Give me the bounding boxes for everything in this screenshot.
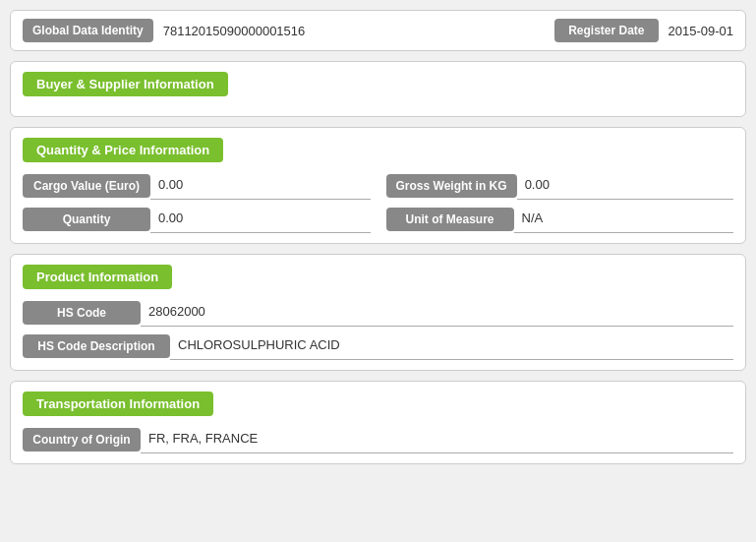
quantity-price-row2: Quantity 0.00 Unit of Measure N/A	[23, 206, 733, 233]
gross-weight-col: Gross Weight in KG 0.00	[386, 172, 734, 200]
cargo-label: Cargo Value (Euro)	[23, 174, 150, 198]
hs-code-label: HS Code	[23, 301, 141, 325]
hs-code-row: HS Code 28062000	[23, 299, 733, 327]
quantity-price-row1: Cargo Value (Euro) 0.00 Gross Weight in …	[23, 172, 733, 200]
hs-desc-value: CHLOROSULPHURIC ACID	[170, 332, 733, 360]
product-title: Product Information	[23, 265, 172, 289]
hs-desc-label: HS Code Description	[23, 334, 170, 358]
quantity-value: 0.00	[150, 206, 371, 233]
cargo-value-col: Cargo Value (Euro) 0.00	[23, 172, 371, 200]
buyer-supplier-section: Buyer & Supplier Information	[10, 61, 746, 117]
quantity-price-section: Quantity & Price Information Cargo Value…	[10, 127, 746, 244]
origin-label: Country of Origin	[23, 428, 141, 452]
gross-label: Gross Weight in KG	[386, 174, 517, 198]
hs-code-value: 28062000	[141, 299, 733, 327]
origin-row: Country of Origin FR, FRA, FRANCE	[23, 426, 733, 453]
gdi-label: Global Data Identity	[23, 19, 153, 42]
transportation-section: Transportation Information Country of Or…	[10, 381, 746, 464]
gross-value: 0.00	[517, 172, 733, 200]
gdi-value: 78112015090000001516	[163, 24, 545, 38]
register-date-value: 2015-09-01	[669, 24, 734, 38]
origin-value: FR, FRA, FRANCE	[141, 426, 733, 453]
buyer-supplier-title: Buyer & Supplier Information	[23, 72, 228, 96]
product-section: Product Information HS Code 28062000 HS …	[10, 254, 746, 371]
page-container: Global Data Identity 7811201509000000151…	[10, 10, 746, 464]
uom-label: Unit of Measure	[386, 208, 514, 231]
quantity-col: Quantity 0.00	[23, 206, 371, 233]
header-row: Global Data Identity 7811201509000000151…	[10, 10, 746, 51]
transportation-title: Transportation Information	[23, 391, 213, 416]
cargo-value: 0.00	[150, 172, 371, 200]
uom-col: Unit of Measure N/A	[386, 206, 734, 233]
quantity-price-title: Quantity & Price Information	[23, 138, 223, 162]
hs-desc-row: HS Code Description CHLOROSULPHURIC ACID	[23, 332, 733, 360]
quantity-label: Quantity	[23, 208, 150, 231]
register-date-label: Register Date	[554, 19, 658, 42]
uom-value: N/A	[514, 206, 734, 233]
